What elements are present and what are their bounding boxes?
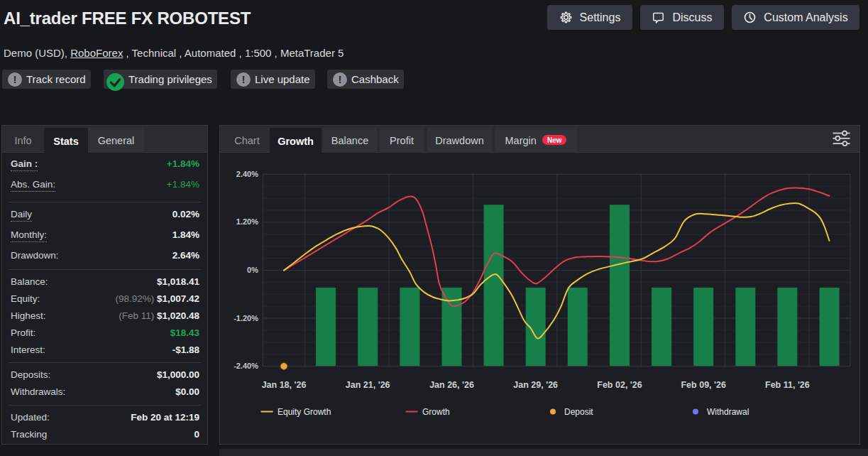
svg-text:Jan 18, '26: Jan 18, '26 xyxy=(262,380,307,390)
svg-text:Equity Growth: Equity Growth xyxy=(278,407,331,417)
svg-text:Jan 21, '26: Jan 21, '26 xyxy=(346,380,390,390)
svg-text:-2.40%: -2.40% xyxy=(234,362,258,370)
svg-text:Deposit: Deposit xyxy=(564,407,593,417)
svg-text:Withdrawal: Withdrawal xyxy=(707,407,749,417)
svg-text:Feb 11, '26: Feb 11, '26 xyxy=(765,380,810,390)
svg-text:-1.20%: -1.20% xyxy=(234,314,258,322)
svg-text:2.40%: 2.40% xyxy=(236,170,258,178)
svg-text:Feb 09, '26: Feb 09, '26 xyxy=(681,380,725,390)
svg-text:Feb 02, '26: Feb 02, '26 xyxy=(597,380,642,390)
svg-text:Jan 26, '26: Jan 26, '26 xyxy=(429,380,474,390)
svg-text:1.20%: 1.20% xyxy=(236,217,258,226)
svg-text:Growth: Growth xyxy=(422,407,450,417)
svg-text:Jan 29, '26: Jan 29, '26 xyxy=(513,380,558,390)
svg-text:0%: 0% xyxy=(247,266,258,274)
